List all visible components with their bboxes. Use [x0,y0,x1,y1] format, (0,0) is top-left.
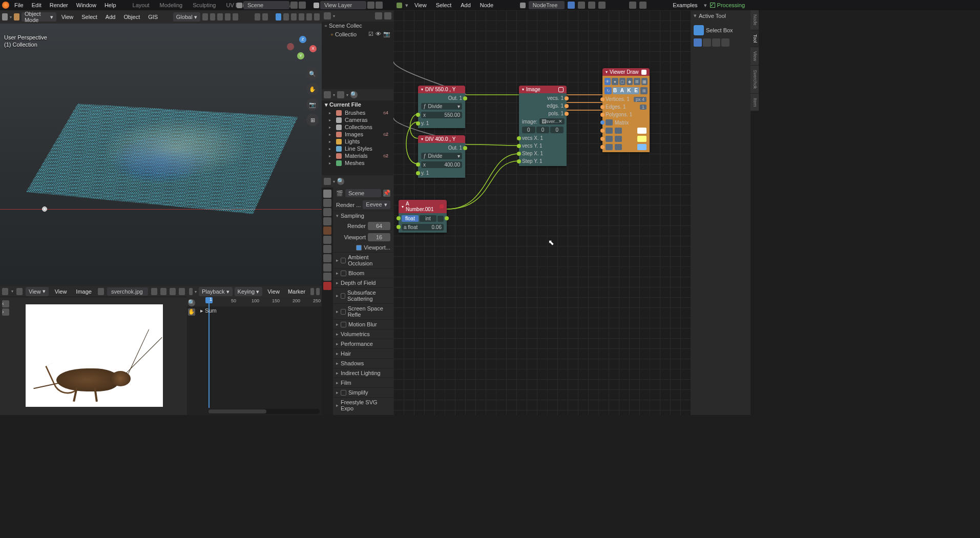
int-toggle[interactable]: int [420,215,436,222]
mode-icon[interactable] [16,288,23,295]
vp-menu-select[interactable]: Select [78,13,100,21]
input-socket[interactable] [416,171,420,175]
shield-icon[interactable] [568,2,575,9]
viewport-samples-input[interactable]: 16 [368,233,390,241]
input-socket[interactable] [600,129,604,133]
scene-selector[interactable]: Scene [243,1,289,9]
property-panel[interactable]: ▸Subsurface Scattering [333,287,393,303]
editor-type-icon[interactable] [2,288,8,295]
unlink-icon[interactable] [179,288,185,295]
img-menu-view[interactable]: View [52,287,70,296]
select-mode-sub-icon[interactable] [712,38,720,47]
pan-icon[interactable]: ✋ [188,308,195,316]
editor-type-icon[interactable] [324,91,331,98]
input-socket[interactable] [600,137,604,141]
gizmo-icon[interactable] [262,13,268,20]
panel-checkbox[interactable] [341,271,346,276]
vert-icon[interactable]: ● [612,78,618,85]
vert-px[interactable]: px 4 [634,97,647,102]
snap-icon[interactable] [629,2,636,9]
3d-viewport[interactable]: ▾ Object Mode ▾ View Select Add Object G… [0,10,322,286]
shading-options-icon[interactable] [314,13,320,20]
tl-menu-view[interactable]: View [264,287,283,296]
copy-icon[interactable] [578,2,585,9]
property-panel[interactable]: ▸Motion Blur [333,319,393,329]
viewlayer-selector[interactable]: View Layer [320,1,366,9]
face-icon[interactable]: ◆ [627,78,633,85]
node-menu-node[interactable]: Node [477,1,496,9]
operation-selector[interactable]: ƒDivide▾ [421,153,462,159]
snap-icon[interactable] [210,13,216,20]
property-panel[interactable]: ▸Film [333,378,393,387]
property-panel[interactable]: ▸Bloom [333,268,393,278]
menu-window[interactable]: Window [73,1,99,9]
float-toggle[interactable]: float [402,215,419,222]
vp-menu-add[interactable]: Add [102,13,119,21]
input-socket[interactable] [600,97,604,101]
panel-checkbox[interactable] [341,309,346,315]
tab-data[interactable] [323,282,331,290]
pcol-btn2[interactable] [615,144,622,150]
output-socket[interactable] [565,96,569,100]
arrow-left-icon[interactable]: ‹ [2,300,9,307]
timeline-scrollbar[interactable] [208,409,320,414]
property-panel[interactable]: ▸Indirect Lighting [333,368,393,378]
snap-type-icon[interactable] [639,2,647,9]
outliner-scene-collection[interactable]: ▫ Scene Collec [322,22,393,30]
tab-modifier[interactable] [323,245,331,253]
current-file-category[interactable]: ▾ Current File [322,100,393,109]
pin-icon[interactable]: 📌 [383,190,390,197]
input-socket[interactable] [600,113,604,117]
proportional-icon[interactable] [225,13,231,20]
input-socket[interactable] [517,152,521,156]
editor-type-icon[interactable] [324,178,331,185]
search-icon[interactable]: 🔍 [350,91,358,98]
side-tab-node[interactable]: Node [750,10,759,30]
shading-wire-icon[interactable] [283,13,289,20]
shading-render-icon[interactable] [306,13,312,20]
menu-file[interactable]: File [11,1,27,9]
eye-icon[interactable]: 👁 [376,31,381,37]
reset-icon[interactable]: ↻ [604,87,612,94]
ecol-btn2[interactable] [615,136,622,142]
search-icon[interactable]: 🔍 [337,178,344,185]
property-panel[interactable]: ▸Simplify [333,387,393,397]
tl-menu-marker[interactable]: Marker [285,287,308,296]
tab-world[interactable] [323,226,331,235]
workspace-tab[interactable]: Layout [129,1,154,9]
input-socket[interactable] [517,159,521,163]
property-panel[interactable]: ▸Performance [333,339,393,348]
r-value[interactable]: 0 [522,127,535,133]
vcol-btn[interactable] [606,128,613,134]
tl-keying[interactable]: Keying ▾ [235,287,263,296]
output-socket[interactable] [565,104,569,108]
node-image[interactable]: ▾Image vecs. 1 edgs. 1 pols. 1 image:🖼sv… [519,86,567,166]
viewport-denoise-checkbox[interactable] [356,245,362,251]
camera-icon[interactable]: 📷 [306,98,319,111]
active-tool-header[interactable]: ▾Active Tool [691,10,750,21]
node-div-400[interactable]: ▾DIV 400.0 , Y Out. 1 ƒDivide▾ x400.00 y… [418,135,465,178]
node-editor[interactable]: ▾DIV 550.0 , Y Out. 1 ƒDivide▾ x550.00 y… [393,10,691,415]
side-tab-view[interactable]: View [750,47,759,66]
select-mode-and-icon[interactable] [721,38,729,47]
output-socket[interactable] [565,112,569,116]
edit-icon[interactable] [641,70,647,75]
sampling-panel[interactable]: ▾Sampling [333,211,393,220]
zoom-icon[interactable]: 🔍 [306,68,319,80]
menu-render[interactable]: Render [47,1,71,9]
input-socket[interactable] [416,121,420,126]
output-socket[interactable] [463,96,467,100]
tab-output[interactable] [323,199,331,207]
input-socket[interactable] [600,120,604,125]
pcol-btn[interactable] [606,144,613,150]
panel-checkbox[interactable] [341,258,346,263]
node-a-number[interactable]: ▾A Number.001 float int a float0.06 [399,200,447,233]
render-samples-input[interactable]: 64 [368,222,390,230]
select-box-tool[interactable]: Select Box [694,25,747,35]
property-panel[interactable]: ▸Shadows [333,358,393,368]
snap-target-icon[interactable] [217,13,223,20]
file-item[interactable]: Meshes [322,159,393,167]
image-selector[interactable]: 🖼sver...✕ [539,118,565,125]
axis-z-icon[interactable]: Z [299,36,306,43]
output-socket[interactable] [445,216,449,220]
